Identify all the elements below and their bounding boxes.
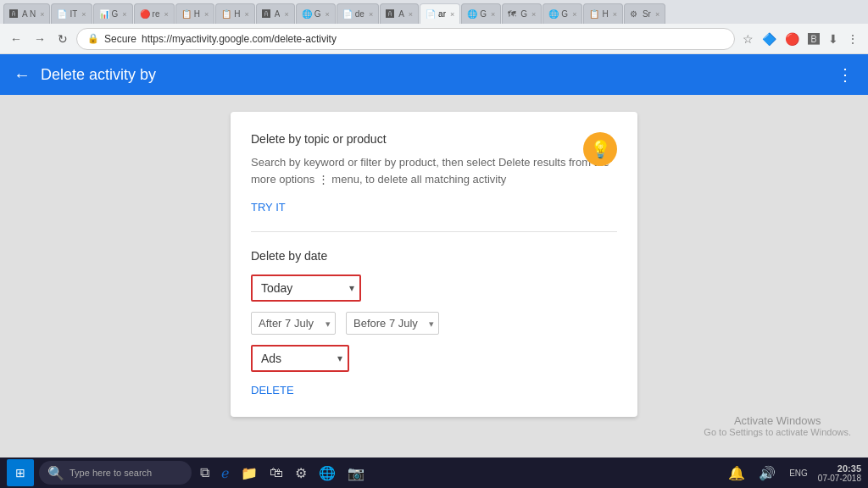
task-view-icon[interactable]: ⧉ <box>197 463 213 482</box>
file-explorer-icon[interactable]: 📁 <box>237 463 261 483</box>
tab-14[interactable]: 🌐G× <box>542 3 582 24</box>
edge-icon[interactable]: ℯ <box>218 463 232 483</box>
topic-section-desc: Search by keyword or filter by product, … <box>251 154 617 187</box>
tab-7[interactable]: 🅰A× <box>256 3 295 24</box>
windows-icon: ⊞ <box>15 466 25 480</box>
volume-icon[interactable]: 🔊 <box>755 463 779 483</box>
store-icon[interactable]: 🛍 <box>266 463 287 482</box>
tab-13[interactable]: 🗺G× <box>502 3 542 24</box>
settings-taskbar-icon[interactable]: ⚙ <box>292 463 310 483</box>
download-icon[interactable]: ⬇ <box>826 30 841 48</box>
address-bar: ← → ↻ 🔒 Secure https://myactivity.google… <box>0 24 868 54</box>
topic-section-title: Delete by topic or product <box>251 132 617 146</box>
taskbar: ⊞ 🔍 Type here to search ⧉ ℯ 📁 🛍 ⚙ 🌐 📷 🔔 … <box>0 458 868 488</box>
tab-12[interactable]: 🌐G× <box>461 3 501 24</box>
refresh-button[interactable]: ↻ <box>54 30 71 47</box>
tab-9[interactable]: 📄de× <box>337 3 379 24</box>
system-date: 07-07-2018 <box>818 474 861 483</box>
date-select[interactable]: Today Yesterday Last 7 days Last 30 days… <box>251 274 361 302</box>
bookmark-icon[interactable]: ☆ <box>740 30 756 48</box>
after-select-wrapper: After 7 July <box>251 312 336 335</box>
more-options-button[interactable]: ⋮ <box>837 64 854 85</box>
tab-8[interactable]: 🌐G× <box>296 3 336 24</box>
address-text: Secure <box>104 33 136 45</box>
delete-button[interactable]: DELETE <box>251 384 617 396</box>
main-content: 💡 Delete by topic or product Search by k… <box>0 95 868 434</box>
address-input[interactable]: 🔒 Secure https://myactivity.google.com/d… <box>76 28 735 50</box>
before-select[interactable]: Before 7 July <box>346 312 439 335</box>
tab-6[interactable]: 📋H× <box>215 3 255 24</box>
extension3-icon[interactable]: 🅱 <box>805 30 822 48</box>
page-title: Delete activity by <box>41 66 826 84</box>
lightbulb-button[interactable]: 💡 <box>583 132 617 166</box>
taskbar-search[interactable]: 🔍 Type here to search <box>39 461 192 485</box>
date-section-title: Delete by date <box>251 249 617 263</box>
app-icon-1[interactable]: 🌐 <box>315 463 339 483</box>
system-tray[interactable]: 20:35 07-07-2018 <box>818 463 861 483</box>
settings-icon[interactable]: ⋮ <box>844 30 861 48</box>
tab-2[interactable]: 📄IT× <box>51 3 92 24</box>
tab-3[interactable]: 📊G× <box>93 3 133 24</box>
search-icon: 🔍 <box>47 465 64 481</box>
tab-bar: 🅰A N× 📄IT× 📊G× 🔴re× 📋H× 📋H× 🅰A× 🌐G× 📄de×… <box>0 0 868 24</box>
section-divider <box>251 231 617 232</box>
tab-1[interactable]: 🅰A N× <box>3 3 50 24</box>
system-time: 20:35 <box>837 463 861 474</box>
tab-5[interactable]: 📋H× <box>175 3 215 24</box>
back-button[interactable]: ← <box>14 65 31 85</box>
toolbar-right: ☆ 🔷 🔴 🅱 ⬇ ⋮ <box>740 30 861 48</box>
app-icon-2[interactable]: 📷 <box>344 463 368 483</box>
before-select-wrapper: Before 7 July <box>346 312 439 335</box>
extension1-icon[interactable]: 🔷 <box>760 30 779 48</box>
lightbulb-icon: 💡 <box>590 139 611 159</box>
extension2-icon[interactable]: 🔴 <box>782 30 802 48</box>
after-select[interactable]: After 7 July <box>251 312 336 335</box>
forward-button[interactable]: → <box>31 30 49 47</box>
topic-section: Delete by topic or product Search by key… <box>251 132 617 214</box>
notification-icon[interactable]: 🔔 <box>725 463 748 483</box>
date-select-wrapper: Today Yesterday Last 7 days Last 30 days… <box>251 274 361 302</box>
taskbar-right: 🔔 🔊 ENG 20:35 07-07-2018 <box>725 463 861 483</box>
tab-16[interactable]: ⚙Sr× <box>624 3 665 24</box>
back-button[interactable]: ← <box>7 30 25 47</box>
date-range-row: After 7 July Before 7 July <box>251 312 617 335</box>
lock-icon: 🔒 <box>87 33 99 44</box>
tab-4[interactable]: 🔴re× <box>134 3 175 24</box>
product-select[interactable]: Ads All products Search YouTube Maps <box>251 345 349 372</box>
tab-15[interactable]: 📋H× <box>583 3 623 24</box>
try-it-link[interactable]: TRY IT <box>251 201 286 214</box>
lang-indicator: ENG <box>786 467 811 480</box>
url-text: https://myactivity.google.com/delete-act… <box>142 33 337 45</box>
product-select-wrapper: Ads All products Search YouTube Maps <box>251 345 349 372</box>
card: 💡 Delete by topic or product Search by k… <box>231 112 637 417</box>
date-section: Delete by date Today Yesterday Last 7 da… <box>251 249 617 396</box>
app-bar: ← Delete activity by ⋮ <box>0 54 868 95</box>
tab-active[interactable]: 📄ar× <box>420 3 460 24</box>
start-button[interactable]: ⊞ <box>7 459 34 486</box>
tab-10[interactable]: 🅰A× <box>380 3 419 24</box>
search-placeholder: Type here to search <box>70 468 152 478</box>
